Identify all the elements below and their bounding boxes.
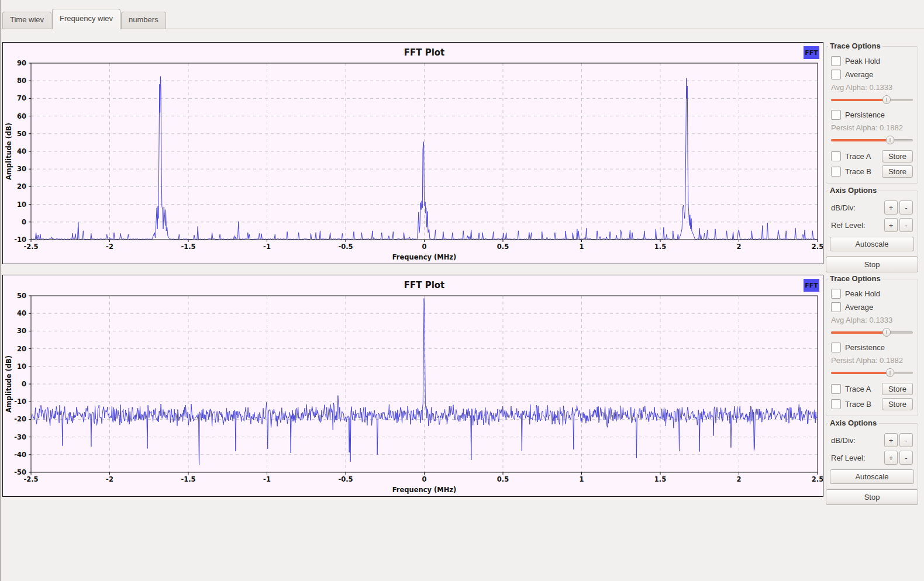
tick-label: 80 [17,77,26,85]
checkbox-icon[interactable] [831,343,841,352]
db-div-minus-button[interactable]: - [899,200,913,215]
tick-label: 10 [17,200,26,209]
persistence-label: Persistence [845,110,885,119]
checkbox-icon[interactable] [831,110,841,120]
stop-button[interactable]: Stop [826,489,918,505]
avg-alpha-label: Avg Alpha: 0.1333 [831,83,913,92]
persistence-checkbox[interactable]: Persistence [831,110,913,120]
fft-plot-canvas[interactable]: -50-40-30-20-1001020304050-2.5-2-1.5-1-0… [3,275,823,496]
control-panel-bottom: Trace Options Peak Hold Average Avg Alph… [826,275,918,505]
axis-options-group: Axis Options dB/Div: + - Ref Level: + - … [826,423,918,489]
trace-a-label: Trace A [845,385,871,393]
fft-panel-top: -100102030405060708090-2.5-2-1.5-1-0.500… [2,42,924,272]
persist-alpha-slider[interactable] [831,136,913,144]
trace-b-label: Trace B [845,400,871,409]
slider-handle[interactable] [886,368,894,377]
checkbox-icon[interactable] [831,289,841,299]
avg-alpha-slider[interactable] [831,95,913,104]
trace-options-title: Trace Options [828,274,882,283]
axis-options-group: Axis Options dB/Div: + - Ref Level: + - … [826,191,918,257]
tick-label: 0 [22,218,26,226]
tab-numbers[interactable]: numbers [121,12,166,29]
trace-a-row: Trace A Store [831,383,913,395]
fft-plot-canvas[interactable]: -100102030405060708090-2.5-2-1.5-1-0.500… [3,43,823,264]
x-axis-label: Frequency (MHz) [392,486,457,494]
average-checkbox[interactable]: Average [831,70,913,79]
db-div-plus-button[interactable]: + [884,433,898,447]
axis-options-title: Axis Options [828,419,878,427]
checkbox-icon[interactable] [831,167,841,177]
peak-hold-checkbox[interactable]: Peak Hold [831,56,913,66]
ref-level-label: Ref Level: [831,221,882,230]
store-trace-a-button[interactable]: Store [882,150,913,162]
trace-b-row: Trace B Store [831,165,913,178]
tick-label: -40 [14,451,26,459]
fft-trace [31,299,818,465]
autoscale-button[interactable]: Autoscale [830,469,914,484]
tab-time-view[interactable]: Time wiev [2,12,51,29]
checkbox-icon[interactable] [831,384,841,394]
db-div-label: dB/Div: [831,436,882,445]
checkbox-icon[interactable] [831,302,841,312]
tick-label: 2.5 [812,475,823,483]
tick-label: 50 [17,130,26,138]
tick-label: 1.5 [654,475,666,483]
trace-b-checkbox[interactable]: Trace B [831,399,871,409]
peak-hold-label: Peak Hold [845,57,880,65]
y-axis-label: Amplitude (dB) [5,123,13,180]
db-div-row: dB/Div: + - [831,200,913,215]
store-trace-a-button[interactable]: Store [882,383,913,395]
tab-frequency-view[interactable]: Frequency wiev [52,9,120,29]
fft-badge: FFT [804,279,819,292]
slider-fill [831,331,887,334]
trace-b-checkbox[interactable]: Trace B [831,167,871,177]
ref-level-row: Ref Level: + - [831,218,913,232]
tick-label: -10 [14,397,26,406]
tick-label: -1.5 [181,243,195,251]
fft-badge: FFT [804,46,819,59]
tick-label: 2 [736,243,741,251]
tab-bar: Time wiev Frequency wiev numbers [1,0,924,29]
ref-level-plus-button[interactable]: + [884,451,898,465]
plot-title: FFT Plot [404,280,445,290]
ref-level-plus-button[interactable]: + [884,218,898,232]
slider-handle[interactable] [882,328,891,337]
checkbox-icon[interactable] [831,70,841,79]
checkbox-icon[interactable] [831,399,841,409]
persistence-label: Persistence [845,343,885,352]
tick-label: -1 [263,475,271,483]
db-div-row: dB/Div: + - [831,433,913,447]
trace-options-group: Trace Options Peak Hold Average Avg Alph… [826,46,918,184]
autoscale-button[interactable]: Autoscale [830,237,914,251]
trace-a-checkbox[interactable]: Trace A [831,384,871,394]
y-axis-label: Amplitude (dB) [5,355,13,413]
tick-label: 50 [17,292,26,300]
tick-label: 1 [579,243,584,251]
persistence-checkbox[interactable]: Persistence [831,343,913,352]
persist-alpha-label: Persist Alpha: 0.1882 [831,123,913,132]
fft-panel-bottom: -50-40-30-20-1001020304050-2.5-2-1.5-1-0… [2,275,924,505]
trace-b-label: Trace B [845,167,871,176]
slider-fill [831,99,887,101]
checkbox-icon[interactable] [831,151,841,161]
checkbox-icon[interactable] [831,56,841,66]
trace-a-checkbox[interactable]: Trace A [831,151,871,161]
average-checkbox[interactable]: Average [831,302,913,312]
persist-alpha-slider[interactable] [831,368,913,377]
db-div-minus-button[interactable]: - [899,433,913,447]
x-axis-label: Frequency (MHz) [392,253,457,261]
store-trace-b-button[interactable]: Store [882,398,913,410]
fft-plot-top[interactable]: -100102030405060708090-2.5-2-1.5-1-0.500… [2,42,823,264]
avg-alpha-slider[interactable] [831,328,913,337]
peak-hold-checkbox[interactable]: Peak Hold [831,289,913,299]
slider-fill [831,139,890,141]
stop-button[interactable]: Stop [826,257,918,272]
fft-plot-bottom[interactable]: -50-40-30-20-1001020304050-2.5-2-1.5-1-0… [2,275,823,497]
slider-handle[interactable] [882,95,891,104]
db-div-plus-button[interactable]: + [884,200,898,215]
ref-level-minus-button[interactable]: - [899,218,913,232]
tick-label: -2 [106,475,113,483]
slider-handle[interactable] [886,136,894,144]
ref-level-minus-button[interactable]: - [899,451,913,465]
store-trace-b-button[interactable]: Store [882,165,913,178]
